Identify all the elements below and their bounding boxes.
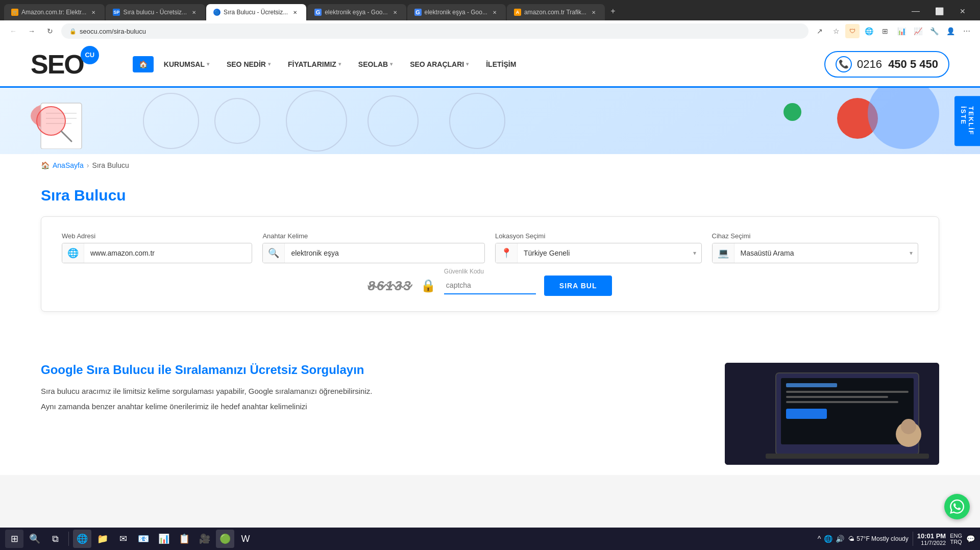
weather-info[interactable]: 🌤 57°F Mostly cloudy bbox=[848, 535, 909, 542]
device-group: Cihaz Seçimi 💻 Masaüstü Arama Mobil Aram… bbox=[712, 232, 919, 263]
profile-icon[interactable]: 👤 bbox=[943, 24, 958, 38]
system-tray: ^ 🌐 🔊 bbox=[818, 535, 845, 543]
browser-tab-5[interactable]: G elektronik eşya - Goo... ✕ bbox=[407, 4, 506, 20]
tab-close-6[interactable]: ✕ bbox=[590, 8, 598, 16]
captcha-input[interactable] bbox=[444, 277, 536, 294]
taskbar-system-tray: ^ 🌐 🔊 🌤 57°F Mostly cloudy 10:01 PM 11/7… bbox=[818, 532, 975, 546]
lower-title: Google Sıra Bulucu ile Sıralamanızı Ücre… bbox=[41, 363, 704, 377]
svg-rect-12 bbox=[786, 401, 898, 403]
maximize-button[interactable]: ⬜ bbox=[928, 4, 950, 18]
collections-icon[interactable]: 📊 bbox=[894, 24, 909, 38]
breadcrumb-home[interactable]: AnaSayfa bbox=[53, 161, 84, 169]
back-button[interactable]: ← bbox=[6, 24, 20, 38]
whatsapp-button[interactable] bbox=[944, 494, 970, 519]
blue-circle-decoration bbox=[868, 88, 939, 149]
captcha-code: 86133 bbox=[368, 278, 412, 294]
keyword-label: Anahtar Kelime bbox=[262, 232, 485, 240]
fiyatlarimiz-chevron-icon: ▾ bbox=[338, 61, 341, 67]
web-address-input[interactable] bbox=[84, 244, 252, 262]
taskbar-outlook[interactable]: 📧 bbox=[134, 530, 153, 548]
taskbar-search[interactable]: 🔍 bbox=[26, 530, 44, 548]
nav-fiyatlarimiz[interactable]: FİYATLARIMIZ ▾ bbox=[281, 56, 348, 72]
nav-seonedir[interactable]: SEO NEDİR ▾ bbox=[219, 56, 278, 72]
phone-area[interactable]: 📞 0216 450 5 450 bbox=[824, 51, 949, 78]
nav-seolab[interactable]: SEOLAB ▾ bbox=[351, 56, 400, 72]
nav-kurumsal[interactable]: KURUMSAL ▾ bbox=[157, 56, 216, 72]
location-chevron-icon: ▾ bbox=[688, 249, 701, 257]
browser-tab-4[interactable]: G elektronik eşya - Goo... ✕ bbox=[307, 4, 406, 20]
web-address-label: Web Adresi bbox=[62, 232, 252, 240]
tray-network-icon[interactable]: 🌐 bbox=[824, 535, 832, 543]
svg-rect-11 bbox=[786, 396, 888, 398]
notification-icon[interactable]: 💬 bbox=[966, 535, 975, 543]
taskbar-explorer[interactable]: 📁 bbox=[93, 530, 112, 548]
address-field[interactable]: 🔒 seocu.com/sira-bulucu bbox=[61, 23, 808, 39]
toolbar-icons: ↗ ☆ 🛡 🌐 ⊞ 📊 📈 🔧 👤 ⋯ bbox=[813, 24, 974, 38]
weather-text: 57°F Mostly cloudy bbox=[856, 535, 909, 542]
breadcrumb-separator: › bbox=[87, 161, 89, 169]
tab-favicon-3: 🔵 bbox=[213, 9, 220, 16]
language-region[interactable]: ENG TRQ bbox=[950, 533, 962, 545]
share-icon[interactable]: ↗ bbox=[813, 24, 827, 38]
language-label: ENG bbox=[950, 533, 962, 539]
svg-rect-10 bbox=[786, 391, 909, 393]
edge-icon[interactable]: 🌐 bbox=[862, 24, 876, 38]
lower-text: Google Sıra Bulucu ile Sıralamanızı Ücre… bbox=[41, 363, 704, 465]
taskbar-clock[interactable]: 10:01 PM 11/7/2022 bbox=[917, 532, 946, 546]
nav-seoaraclari[interactable]: SEO ARAÇLARI ▾ bbox=[403, 56, 476, 72]
logo-seo: SEO bbox=[31, 51, 84, 78]
browser-tab-1[interactable]: 🛒 Amazon.com.tr: Elektr... ✕ bbox=[4, 4, 105, 20]
extensions-icon[interactable]: 🛡 bbox=[845, 24, 860, 38]
taskbar-chrome[interactable]: 🟢 bbox=[216, 530, 234, 548]
taskbar-edge[interactable]: 🌐 bbox=[73, 530, 91, 548]
tab-close-2[interactable]: ✕ bbox=[190, 8, 198, 16]
lower-image bbox=[725, 363, 939, 465]
nav-home[interactable]: 🏠 bbox=[133, 56, 154, 72]
lower-desc-2: Aynı zamanda benzer anahtar kelime öneri… bbox=[41, 401, 704, 413]
tab-close-5[interactable]: ✕ bbox=[491, 8, 499, 16]
lock-icon: 🔒 bbox=[69, 28, 77, 35]
keyword-input[interactable] bbox=[285, 244, 484, 262]
sira-bul-button[interactable]: SIRA BUL bbox=[544, 276, 612, 296]
browser-tab-3[interactable]: 🔵 Sıra Bulucu - Ücretsiz... ✕ bbox=[206, 4, 306, 20]
taskbar-task-view[interactable]: ⧉ bbox=[46, 530, 64, 548]
tab-title-5: elektronik eşya - Goo... bbox=[425, 9, 487, 16]
circle-decoration-5 bbox=[449, 93, 505, 149]
taskbar-word[interactable]: W bbox=[236, 530, 255, 548]
bookmark-icon[interactable]: ☆ bbox=[829, 24, 843, 38]
taskbar-app1[interactable]: 📋 bbox=[175, 530, 193, 548]
new-tab-button[interactable]: + bbox=[606, 4, 620, 18]
tab-bar: 🛒 Amazon.com.tr: Elektr... ✕ SP Sıra bul… bbox=[0, 0, 980, 20]
start-button[interactable]: ⊞ bbox=[5, 530, 23, 548]
tray-chevron-icon[interactable]: ^ bbox=[818, 535, 821, 543]
taskbar-excel[interactable]: 📊 bbox=[155, 530, 173, 548]
teklif-iste-button[interactable]: TEKLİF İSTE bbox=[954, 96, 980, 146]
tab-close-3[interactable]: ✕ bbox=[291, 8, 299, 16]
logo-area[interactable]: SEO CU bbox=[31, 51, 102, 78]
sidebar-icon[interactable]: ⊞ bbox=[878, 24, 892, 38]
web-address-input-wrap: 🌐 bbox=[62, 243, 252, 263]
green-circle-decoration bbox=[783, 103, 801, 121]
browser-tab-2[interactable]: SP Sıra bulucu - Ücretsiz... ✕ bbox=[106, 4, 205, 20]
taskbar-mail[interactable]: ✉ bbox=[114, 530, 132, 548]
device-select[interactable]: Masaüstü Arama Mobil Arama bbox=[734, 244, 905, 262]
taskbar-zoom[interactable]: 🎥 bbox=[195, 530, 214, 548]
tray-speaker-icon[interactable]: 🔊 bbox=[836, 535, 844, 543]
location-select[interactable]: Türkiye Geneli İstanbul Ankara İzmir bbox=[518, 244, 688, 262]
close-button[interactable]: ✕ bbox=[951, 4, 974, 18]
bar-chart-icon[interactable]: 📈 bbox=[911, 24, 925, 38]
more-icon[interactable]: ⋯ bbox=[960, 24, 974, 38]
minimize-button[interactable]: — bbox=[904, 4, 927, 18]
captcha-row: 86133 🔒 Güvenlik Kodu SIRA BUL bbox=[62, 276, 918, 296]
nav-iletisim[interactable]: İLETİŞİM bbox=[479, 56, 523, 72]
refresh-button[interactable]: ↻ bbox=[43, 24, 57, 38]
lower-section: Google Sıra Bulucu ile Sıralamanızı Ücre… bbox=[0, 353, 980, 475]
forward-button[interactable]: → bbox=[24, 24, 39, 38]
tab-close-1[interactable]: ✕ bbox=[89, 8, 97, 16]
tool-icon[interactable]: 🔧 bbox=[927, 24, 941, 38]
tab-close-4[interactable]: ✕ bbox=[391, 8, 399, 16]
kurumsal-chevron-icon: ▾ bbox=[207, 61, 209, 67]
location-icon: 📍 bbox=[496, 243, 518, 263]
browser-tab-6[interactable]: A amazon.com.tr Trafik... ✕ bbox=[507, 4, 605, 20]
circle-decoration-2 bbox=[214, 98, 260, 144]
